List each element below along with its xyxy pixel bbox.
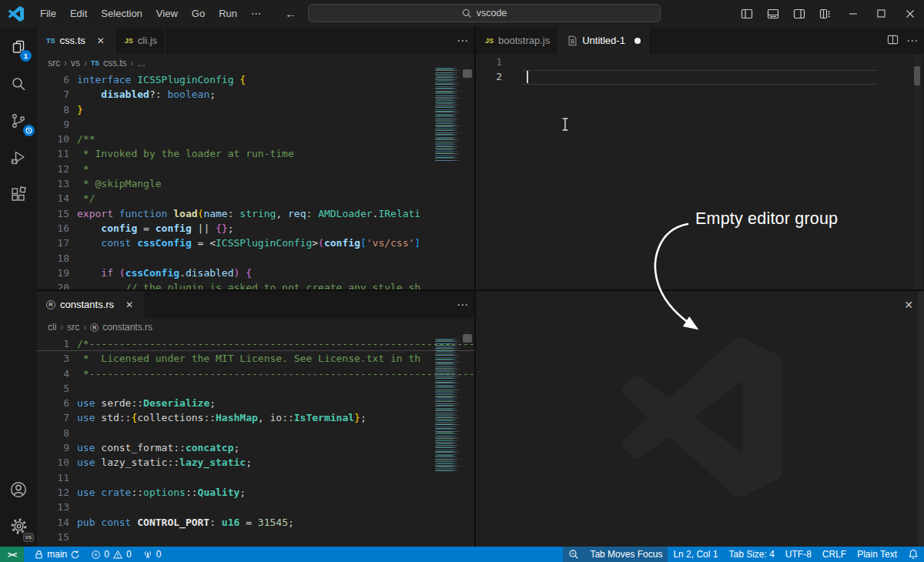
code-line[interactable]: 8 bbox=[37, 426, 474, 440]
tab-bootstrap-js[interactable]: JS bootstrap.js bbox=[476, 27, 558, 54]
cursor-position[interactable]: Ln 2, Col 1 bbox=[668, 547, 723, 562]
menu-selection[interactable]: Selection bbox=[94, 5, 149, 22]
editor-group-divider-vertical[interactable] bbox=[474, 27, 476, 547]
code-line[interactable]: 6interface ICSSPluginConfig { bbox=[37, 72, 474, 87]
settings-gear-icon[interactable]: vs bbox=[0, 508, 37, 544]
more-actions-icon[interactable]: ⋯ bbox=[457, 34, 468, 48]
code-text bbox=[77, 117, 474, 132]
zoom-out-icon bbox=[568, 549, 579, 560]
customize-layout-icon[interactable] bbox=[812, 0, 839, 27]
breadcrumb-item[interactable]: src bbox=[48, 58, 60, 69]
language-mode[interactable]: Plain Text bbox=[852, 547, 902, 562]
code-line[interactable]: 19 if (cssConfig.disabled) { bbox=[37, 266, 474, 280]
tab-moves-focus-indicator[interactable]: Tab Moves Focus bbox=[584, 547, 668, 562]
more-actions-icon[interactable]: ⋯ bbox=[457, 298, 468, 312]
code-line[interactable]: 9use const_format::concatcp; bbox=[37, 440, 474, 455]
code-line[interactable]: 3 * Licensed under the MIT License. See … bbox=[37, 351, 474, 366]
close-tab-icon[interactable]: ✕ bbox=[123, 299, 136, 311]
code-line[interactable]: 16 config = config || {}; bbox=[37, 221, 474, 236]
code-editor-css-ts[interactable]: 6interface ICSSPluginConfig {7 disabled?… bbox=[37, 72, 474, 289]
code-line[interactable]: 9 bbox=[37, 117, 474, 132]
minimap[interactable] bbox=[435, 339, 462, 472]
code-line[interactable]: 10use lazy_static::lazy_static; bbox=[37, 455, 474, 470]
encoding[interactable]: UTF-8 bbox=[780, 547, 817, 562]
code-line[interactable]: 7 disabled?: boolean; bbox=[37, 87, 474, 102]
scrollbar-track[interactable] bbox=[918, 291, 924, 547]
toggle-primary-sidebar-icon[interactable] bbox=[734, 0, 760, 27]
breadcrumb-item[interactable]: cli bbox=[48, 322, 56, 333]
menu-file[interactable]: File bbox=[33, 5, 63, 22]
code-line[interactable]: 13 * @skipMangle bbox=[37, 176, 474, 191]
breadcrumb-item[interactable]: ... bbox=[138, 58, 146, 69]
problems-status[interactable]: 0 0 bbox=[85, 547, 136, 562]
code-line[interactable]: 20 // the plugin is asked to not create … bbox=[37, 280, 474, 289]
editor-group-divider-horizontal[interactable] bbox=[37, 289, 924, 291]
split-editor-icon[interactable] bbox=[887, 34, 899, 48]
menu-more[interactable]: ⋯ bbox=[244, 5, 268, 22]
code-editor-untitled[interactable]: 12 bbox=[476, 55, 924, 289]
branch-status[interactable]: main bbox=[28, 547, 85, 562]
vertical-scrollbar[interactable] bbox=[463, 334, 472, 343]
indentation[interactable]: Tab Size: 4 bbox=[723, 547, 779, 562]
code-line[interactable]: 11 bbox=[37, 470, 474, 485]
run-debug-icon[interactable] bbox=[0, 140, 37, 176]
remote-indicator[interactable]: >< bbox=[0, 547, 24, 562]
source-control-icon[interactable] bbox=[0, 103, 37, 139]
code-line[interactable]: 5 bbox=[37, 381, 474, 396]
eol-sequence[interactable]: CRLF bbox=[817, 547, 852, 562]
menu-go[interactable]: Go bbox=[185, 5, 212, 22]
minimize-button[interactable] bbox=[839, 0, 867, 27]
code-line[interactable]: 1/*-------------------------------------… bbox=[37, 336, 474, 351]
account-icon[interactable] bbox=[0, 472, 37, 507]
code-line[interactable]: 4 *-------------------------------------… bbox=[37, 366, 474, 381]
code-line[interactable]: 7use std::{collections::HashMap, io::IsT… bbox=[37, 410, 474, 425]
code-line[interactable]: 12use crate::options::Quality; bbox=[37, 485, 474, 500]
scrollbar-track[interactable] bbox=[914, 55, 921, 289]
code-line[interactable]: 14 */ bbox=[37, 191, 474, 206]
more-actions-icon[interactable]: ⋯ bbox=[906, 34, 918, 48]
maximize-button[interactable] bbox=[867, 0, 896, 27]
ports-status[interactable]: 0 bbox=[137, 547, 167, 562]
code-line[interactable]: 6use serde::Deserialize; bbox=[37, 396, 474, 410]
toggle-panel-icon[interactable] bbox=[760, 0, 786, 27]
notifications-bell[interactable] bbox=[902, 547, 924, 562]
code-line[interactable]: 13 bbox=[37, 500, 474, 514]
tab-css-ts[interactable]: TS css.ts ✕ bbox=[37, 27, 116, 54]
close-window-button[interactable] bbox=[896, 0, 924, 27]
code-line[interactable]: 15 bbox=[37, 530, 474, 544]
code-editor-constants-rs[interactable]: 1/*-------------------------------------… bbox=[37, 336, 474, 547]
vertical-scrollbar[interactable] bbox=[463, 69, 472, 78]
code-line[interactable]: 14pub const CONTROL_PORT: u16 = 31545; bbox=[37, 515, 474, 530]
unsaved-changes-dot[interactable] bbox=[634, 38, 641, 44]
code-line[interactable]: 15export function load(name: string, req… bbox=[37, 206, 474, 221]
code-line[interactable]: 8} bbox=[37, 102, 474, 117]
tab-untitled-1[interactable]: Untitled-1 bbox=[558, 27, 649, 54]
code-line[interactable]: 17 const cssConfig = <ICSSPluginConfig>(… bbox=[37, 236, 474, 250]
tab-cli-js[interactable]: JS cli.js bbox=[116, 27, 166, 54]
close-group-icon[interactable]: ✕ bbox=[904, 299, 913, 311]
search-sidebar-icon[interactable] bbox=[0, 66, 37, 102]
code-line[interactable]: 11 * Invoked by the loader at run-time bbox=[37, 146, 474, 161]
breadcrumb-item[interactable]: vs bbox=[71, 58, 80, 69]
extensions-icon[interactable] bbox=[0, 177, 37, 212]
menu-edit[interactable]: Edit bbox=[63, 5, 94, 22]
toggle-secondary-sidebar-icon[interactable] bbox=[786, 0, 812, 27]
back-icon[interactable]: ← bbox=[285, 7, 296, 20]
screencast-zoom-icon-item[interactable] bbox=[563, 547, 584, 562]
close-tab-icon[interactable]: ✕ bbox=[95, 35, 107, 47]
menu-run[interactable]: Run bbox=[212, 5, 244, 22]
explorer-icon[interactable]: 1 bbox=[0, 30, 37, 65]
code-line[interactable]: 12 * bbox=[37, 162, 474, 176]
breadcrumb-item[interactable]: constants.rs bbox=[102, 322, 152, 333]
code-line[interactable]: 10/** bbox=[37, 132, 474, 146]
javascript-file-icon: JS bbox=[125, 37, 133, 45]
breadcrumb-item[interactable]: src bbox=[67, 322, 79, 333]
minimap[interactable] bbox=[435, 68, 462, 161]
tab-constants-rs[interactable]: R constants.rs ✕ bbox=[37, 291, 144, 318]
vertical-scrollbar[interactable] bbox=[914, 66, 920, 85]
breadcrumb-item[interactable]: css.ts bbox=[103, 58, 127, 69]
code-line[interactable]: 18 bbox=[37, 251, 474, 266]
command-center-search[interactable]: vscode bbox=[308, 4, 661, 22]
code-line[interactable]: 1 bbox=[476, 55, 924, 69]
menu-view[interactable]: View bbox=[149, 5, 185, 22]
